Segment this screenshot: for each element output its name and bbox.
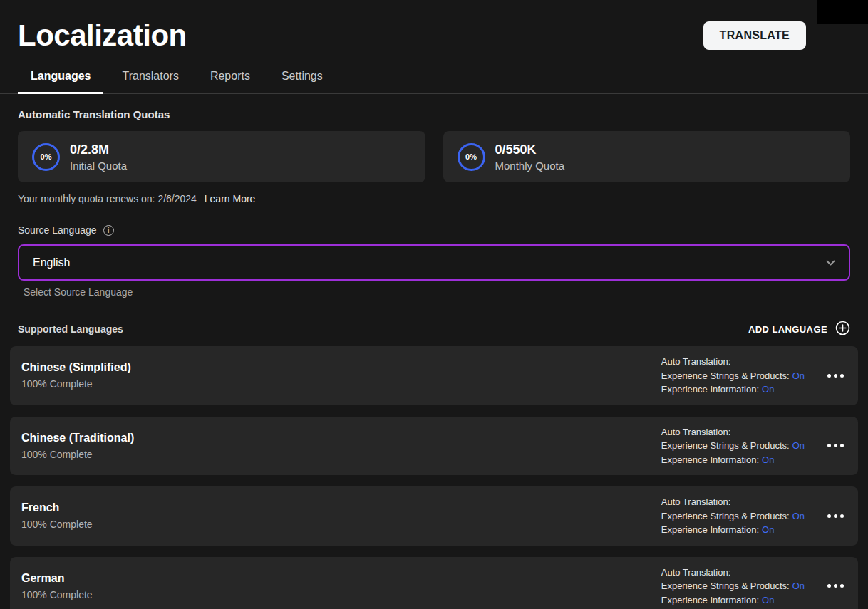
- language-name: Chinese (Simplified): [21, 361, 131, 374]
- localization-page: Localization TRANSLATE Languages Transla…: [0, 0, 868, 609]
- information-state: On: [762, 454, 774, 465]
- ellipsis-icon: [827, 444, 844, 447]
- supported-languages-title: Supported Languages: [18, 323, 123, 335]
- initial-quota-progress-ring: 0%: [32, 143, 60, 171]
- auto-translation-title: Auto Translation:: [661, 495, 805, 509]
- language-row: French 100% Complete Auto Translation: E…: [10, 486, 858, 546]
- monthly-quota-label: Monthly Quota: [495, 160, 565, 172]
- ellipsis-icon: [827, 514, 844, 518]
- language-row: Chinese (Traditional) 100% Complete Auto…: [10, 417, 858, 476]
- source-language-select[interactable]: English: [18, 244, 850, 281]
- strings-state: On: [792, 370, 805, 381]
- add-language-button[interactable]: ADD LANGUAGE: [748, 321, 850, 338]
- strings-label: Experience Strings & Products:: [661, 440, 790, 451]
- info-icon[interactable]: i: [103, 225, 114, 236]
- tab-settings[interactable]: Settings: [269, 63, 336, 93]
- row-menu-button[interactable]: [825, 370, 847, 382]
- auto-translation-block: Auto Translation: Experience Strings & P…: [661, 355, 805, 397]
- page-title: Localization: [18, 19, 187, 53]
- language-row: German 100% Complete Auto Translation: E…: [10, 557, 858, 609]
- auto-translation-title: Auto Translation:: [661, 566, 805, 580]
- language-rows: Chinese (Simplified) 100% Complete Auto …: [10, 346, 858, 609]
- tab-translators[interactable]: Translators: [109, 63, 191, 93]
- ellipsis-icon: [827, 374, 844, 378]
- source-language-selected-value: English: [33, 256, 70, 269]
- learn-more-link[interactable]: Learn More: [205, 193, 256, 204]
- quota-card-monthly: 0% 0/550K Monthly Quota: [443, 131, 851, 182]
- row-menu-button[interactable]: [825, 580, 847, 592]
- auto-translation-title: Auto Translation:: [661, 425, 805, 439]
- corner-overlay: [817, 0, 868, 24]
- row-menu-button[interactable]: [825, 439, 847, 452]
- information-state: On: [762, 524, 774, 535]
- information-label: Experience Information:: [661, 454, 759, 465]
- language-row: Chinese (Simplified) 100% Complete Auto …: [10, 346, 858, 405]
- strings-label: Experience Strings & Products:: [661, 511, 790, 521]
- information-label: Experience Information:: [661, 384, 759, 395]
- language-progress: 100% Complete: [21, 589, 93, 600]
- source-language-label: Source Language: [18, 224, 97, 236]
- initial-quota-label: Initial Quota: [70, 160, 127, 172]
- plus-circle-icon: [835, 321, 850, 338]
- information-label: Experience Information:: [661, 595, 759, 605]
- strings-state: On: [792, 581, 805, 591]
- source-language-label-row: Source Language i: [18, 224, 850, 236]
- auto-translation-block: Auto Translation: Experience Strings & P…: [661, 566, 805, 608]
- page-header: Localization TRANSLATE: [18, 0, 850, 53]
- initial-quota-value: 0/2.8M: [70, 142, 127, 158]
- information-label: Experience Information:: [661, 524, 759, 535]
- language-progress: 100% Complete: [21, 378, 131, 390]
- tab-languages[interactable]: Languages: [18, 63, 103, 93]
- auto-translation-block: Auto Translation: Experience Strings & P…: [661, 495, 805, 537]
- quotas-section-title: Automatic Translation Quotas: [18, 108, 850, 120]
- strings-label: Experience Strings & Products:: [661, 581, 790, 591]
- translate-button[interactable]: TRANSLATE: [703, 21, 806, 50]
- strings-state: On: [792, 440, 805, 451]
- information-state: On: [762, 384, 774, 395]
- quota-renew-text: Your monthly quota renews on: 2/6/2024: [18, 193, 197, 204]
- ellipsis-icon: [827, 584, 844, 588]
- tab-bar: Languages Translators Reports Settings: [0, 63, 868, 94]
- language-progress: 100% Complete: [21, 519, 93, 530]
- strings-label: Experience Strings & Products:: [661, 370, 790, 381]
- quota-cards: 0% 0/2.8M Initial Quota 0% 0/550K Monthl…: [18, 131, 850, 182]
- row-menu-button[interactable]: [825, 510, 847, 522]
- language-progress: 100% Complete: [21, 449, 134, 460]
- monthly-quota-value: 0/550K: [495, 142, 565, 158]
- auto-translation-title: Auto Translation:: [661, 355, 805, 369]
- add-language-label: ADD LANGUAGE: [748, 324, 827, 335]
- source-language-helper-text: Select Source Language: [24, 286, 850, 298]
- language-name: German: [21, 572, 93, 585]
- monthly-quota-progress-ring: 0%: [458, 143, 485, 171]
- language-name: Chinese (Traditional): [21, 432, 134, 444]
- quota-renew-row: Your monthly quota renews on: 2/6/2024 L…: [18, 193, 850, 204]
- information-state: On: [762, 595, 774, 605]
- chevron-down-icon: [826, 256, 835, 269]
- language-name: French: [21, 501, 93, 514]
- quota-card-initial: 0% 0/2.8M Initial Quota: [18, 131, 425, 182]
- tab-reports[interactable]: Reports: [197, 63, 263, 93]
- supported-languages-header: Supported Languages ADD LANGUAGE: [18, 321, 850, 338]
- strings-state: On: [792, 511, 805, 521]
- auto-translation-block: Auto Translation: Experience Strings & P…: [661, 425, 805, 467]
